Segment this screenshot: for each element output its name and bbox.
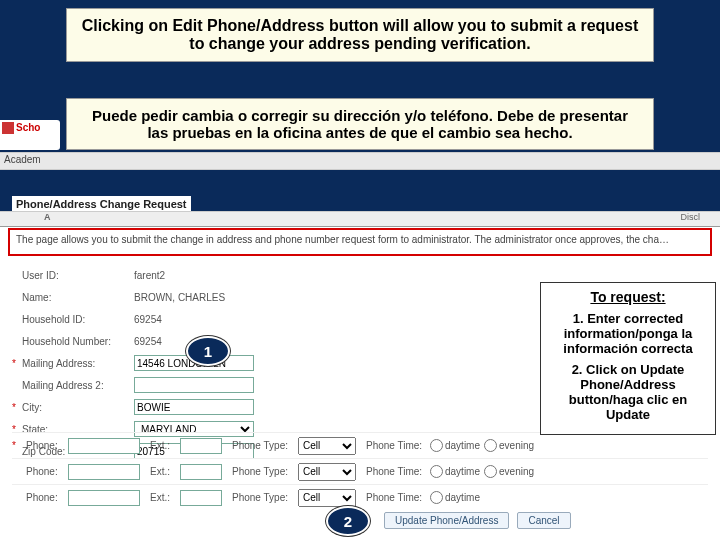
badge-2: 2 <box>326 506 370 536</box>
phone-input-2[interactable] <box>68 464 140 480</box>
phone-time-label: Phone Time: <box>366 440 426 451</box>
ext-input-3[interactable] <box>180 490 222 506</box>
input-city[interactable] <box>134 399 254 415</box>
phone-input-1[interactable] <box>68 438 140 454</box>
phone-type-label: Phone Type: <box>232 466 294 477</box>
phone-label: Phone: <box>26 492 64 503</box>
cancel-button[interactable]: Cancel <box>517 512 570 529</box>
daytime-text: daytime <box>445 466 480 477</box>
radio-daytime-3[interactable] <box>430 491 443 504</box>
phone-type-select-1[interactable]: Cell <box>298 437 356 455</box>
label-city: City: <box>22 402 134 413</box>
nav-item[interactable]: Academ <box>4 154 41 165</box>
label-mailing: Mailing Address: <box>22 358 134 369</box>
label-household: Household ID: <box>22 314 134 325</box>
phone-rows: * Phone: Ext.: Phone Type: Cell Phone Ti… <box>12 432 708 510</box>
radio-evening-1[interactable] <box>484 439 497 452</box>
phone-label: Phone: <box>26 466 64 477</box>
phone-row-1: * Phone: Ext.: Phone Type: Cell Phone Ti… <box>12 432 708 458</box>
ext-input-2[interactable] <box>180 464 222 480</box>
tab-left[interactable]: A <box>44 212 51 222</box>
callout-step-2: 2. Click on Update Phone/Address button/… <box>549 362 707 422</box>
instruction-text-en: Clicking on Edit Phone/Address button wi… <box>82 17 638 52</box>
phone-input-3[interactable] <box>68 490 140 506</box>
phone-time-label: Phone Time: <box>366 466 426 477</box>
radio-evening-2[interactable] <box>484 465 497 478</box>
instruction-panel-en: Clicking on Edit Phone/Address button wi… <box>66 8 654 62</box>
ext-label: Ext.: <box>150 440 176 451</box>
nav-bar <box>0 152 720 170</box>
daytime-text: daytime <box>445 440 480 451</box>
ext-input-1[interactable] <box>180 438 222 454</box>
badge-1: 1 <box>186 336 230 366</box>
update-button[interactable]: Update Phone/Address <box>384 512 509 529</box>
value-user-id: farent2 <box>134 270 284 281</box>
value-name: BROWN, CHARLES <box>134 292 284 303</box>
label-user-id: User ID: <box>22 270 134 281</box>
label-mailing2: Mailing Address 2: <box>22 380 134 391</box>
ext-label: Ext.: <box>150 466 176 477</box>
evening-text: evening <box>499 440 534 451</box>
instruction-panel-es: Puede pedir cambia o corregir su direcci… <box>66 98 654 150</box>
callout-title: To request: <box>549 289 707 305</box>
section-title: Phone/Address Change Request <box>12 196 191 212</box>
button-row: Update Phone/Address Cancel <box>384 512 571 529</box>
brand-fragment: Scho <box>0 120 60 150</box>
phone-row-3: Phone: Ext.: Phone Type: Cell Phone Time… <box>12 484 708 510</box>
phone-time-label: Phone Time: <box>366 492 426 503</box>
phone-type-select-2[interactable]: Cell <box>298 463 356 481</box>
evening-text: evening <box>499 466 534 477</box>
input-mailing2[interactable] <box>134 377 254 393</box>
callout-box: To request: 1. Enter corrected informati… <box>540 282 716 435</box>
daytime-text: daytime <box>445 492 480 503</box>
label-hh-number: Household Number: <box>22 336 134 347</box>
tab-strip <box>0 211 720 227</box>
phone-type-label: Phone Type: <box>232 492 294 503</box>
ext-label: Ext.: <box>150 492 176 503</box>
tab-right[interactable]: Discl <box>681 212 701 222</box>
page-descriptor: The page allows you to submit the change… <box>8 228 712 256</box>
radio-daytime-2[interactable] <box>430 465 443 478</box>
radio-daytime-1[interactable] <box>430 439 443 452</box>
phone-type-label: Phone Type: <box>232 440 294 451</box>
phone-label: Phone: <box>26 440 64 451</box>
brand-text: Scho <box>16 122 40 133</box>
callout-step-1: 1. Enter corrected information/ponga la … <box>549 311 707 356</box>
instruction-text-es: Puede pedir cambia o corregir su direcci… <box>92 107 628 141</box>
phone-type-select-3[interactable]: Cell <box>298 489 356 507</box>
logo-icon <box>2 122 14 134</box>
value-household: 69254 <box>134 314 284 325</box>
phone-row-2: Phone: Ext.: Phone Type: Cell Phone Time… <box>12 458 708 484</box>
label-name: Name: <box>22 292 134 303</box>
